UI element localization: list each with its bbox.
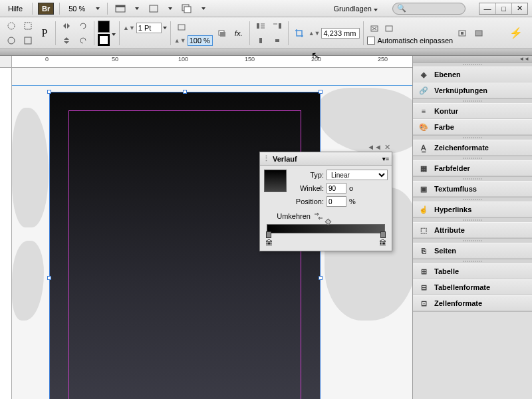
panel-attribute[interactable]: ⬚Attribute: [413, 222, 532, 238]
svg-rect-17: [279, 23, 281, 29]
zoom-level[interactable]: 50 %: [65, 3, 88, 15]
panel-titlebar[interactable]: ⋮ Verlauf ▾≡: [260, 152, 392, 166]
fit-content-icon[interactable]: [367, 22, 382, 35]
guide[interactable]: [12, 85, 412, 86]
position-input[interactable]: [327, 196, 346, 207]
wrap-left-icon[interactable]: [253, 19, 268, 33]
fit-frame-icon[interactable]: [382, 22, 396, 35]
svg-rect-21: [386, 26, 392, 31]
stop-color-icon[interactable]: 🏛: [265, 239, 273, 247]
gradient-type-select[interactable]: Linear: [327, 170, 388, 180]
bridge-button[interactable]: Br: [38, 3, 54, 15]
cellstyles-icon: ⊡: [418, 298, 429, 309]
dropdown-icon[interactable]: [166, 3, 174, 14]
type-label: Typ:: [291, 171, 324, 179]
reverse-label: Umkehren: [264, 212, 311, 220]
fx-icon[interactable]: fx.: [231, 27, 246, 40]
stroke-swatch[interactable]: [98, 34, 110, 46]
color-icon: 🎨: [418, 122, 429, 132]
close-button[interactable]: ✕: [511, 3, 527, 14]
zoom-dropdown[interactable]: [94, 3, 102, 14]
menu-bar: Hilfe Br 50 % Grundlagen 🔍 — □ ✕: [0, 0, 532, 17]
wrap-around-icon[interactable]: [270, 34, 285, 47]
reverse-button[interactable]: [313, 212, 324, 220]
panel-zeichenformate[interactable]: A̲Zeichenformate: [413, 140, 532, 156]
center-content-icon[interactable]: [455, 27, 469, 40]
links-icon: 🔗: [418, 85, 429, 96]
rotate-icon[interactable]: [76, 19, 90, 33]
charstyles-icon: A̲: [418, 142, 429, 153]
resize-handle[interactable]: [319, 90, 323, 94]
minimize-button[interactable]: —: [479, 3, 495, 14]
fill-swatch[interactable]: [98, 21, 110, 33]
gradient-ramp[interactable]: [267, 224, 385, 233]
svg-rect-1: [116, 5, 125, 7]
panel-seiten[interactable]: ⎘Seiten: [413, 243, 532, 259]
vertical-ruler[interactable]: [0, 68, 12, 399]
search-input[interactable]: 🔍: [392, 3, 466, 15]
flip-h-icon[interactable]: [59, 19, 74, 33]
resize-handle[interactable]: [47, 90, 51, 94]
selection-icon[interactable]: [4, 19, 19, 33]
frame-icon[interactable]: [21, 34, 35, 47]
panel-tabellenformate[interactable]: ⊟Tabellenformate: [413, 279, 532, 295]
panel-textumfluss[interactable]: ▣Textumfluss: [413, 181, 532, 197]
stop-color-icon[interactable]: 🏛: [379, 239, 386, 247]
panel-verknupfungen[interactable]: 🔗Verknüpfungen: [413, 82, 532, 98]
dimension-input[interactable]: [321, 28, 360, 39]
svg-point-6: [8, 37, 15, 44]
wrap-center-icon[interactable]: [253, 34, 268, 47]
text-tool-icon[interactable]: P: [37, 27, 52, 40]
crop-icon[interactable]: [292, 27, 307, 40]
svg-rect-16: [259, 38, 262, 43]
flip-v-icon[interactable]: [59, 34, 74, 47]
svg-rect-24: [475, 31, 482, 36]
panel-tabelle[interactable]: ⊞Tabelle: [413, 263, 532, 279]
ruler-origin[interactable]: [0, 56, 12, 68]
resize-handle[interactable]: [319, 276, 323, 280]
panel-ebenen[interactable]: ◈Ebenen: [413, 66, 532, 82]
dropdown-icon[interactable]: [200, 3, 207, 14]
rotate2-icon[interactable]: [76, 34, 90, 47]
panel-hyperlinks[interactable]: ☝Hyperlinks: [413, 201, 532, 217]
arrange-icon[interactable]: [180, 2, 194, 15]
help-menu[interactable]: Hilfe: [4, 3, 27, 15]
opacity-input[interactable]: [188, 35, 213, 46]
gradient-stop[interactable]: [266, 231, 271, 238]
gradient-panel[interactable]: ◄◄✕ ⋮ Verlauf ▾≡ Typ: Linear Winkel: o P…: [259, 152, 392, 251]
view-options-icon[interactable]: [113, 2, 128, 15]
screen-mode-icon[interactable]: [146, 2, 161, 15]
dropdown-icon[interactable]: [133, 3, 141, 14]
panel-kontur[interactable]: ≡Kontur: [413, 103, 532, 119]
resize-handle[interactable]: [47, 276, 51, 280]
angle-input[interactable]: [327, 183, 346, 194]
drop-shadow-icon[interactable]: [215, 27, 229, 40]
maximize-button[interactable]: □: [495, 3, 511, 14]
separator: [59, 3, 60, 15]
panel-farbfelder[interactable]: ▦Farbfelder: [413, 160, 532, 176]
swatch-dropdown[interactable]: [112, 29, 116, 37]
svg-rect-23: [461, 32, 464, 35]
autofit-checkbox[interactable]: [367, 37, 375, 45]
control-panel: P ▲▼ ▲▼ fx.: [0, 17, 532, 49]
gradient-stop[interactable]: [380, 231, 386, 238]
container-icon[interactable]: [21, 19, 35, 33]
horizontal-ruler[interactable]: 0 50 100 150 200 250: [12, 56, 412, 68]
content-icon[interactable]: [4, 34, 19, 47]
dock-collapse[interactable]: ◄◄: [413, 56, 532, 63]
workspace-switcher[interactable]: Grundlagen: [329, 3, 382, 14]
quick-apply-icon[interactable]: ⚡: [504, 27, 528, 39]
panel-close-icon[interactable]: ✕: [384, 143, 390, 152]
panel-zellenformate[interactable]: ⊡Zellenformate: [413, 295, 532, 311]
panel-farbe[interactable]: 🎨Farbe: [413, 119, 532, 135]
gradient-preview[interactable]: [264, 170, 287, 192]
panel-collapse-icon[interactable]: ◄◄: [367, 143, 382, 152]
wrap-right-icon[interactable]: [270, 19, 285, 33]
fill-frame-icon[interactable]: [471, 27, 486, 40]
effects-icon[interactable]: [174, 21, 189, 34]
stroke-icon: ≡: [418, 106, 429, 116]
layers-icon: ◈: [418, 69, 429, 80]
resize-handle[interactable]: [183, 90, 187, 94]
table-icon: ⊞: [418, 266, 429, 277]
stroke-weight-input[interactable]: [136, 23, 162, 33]
